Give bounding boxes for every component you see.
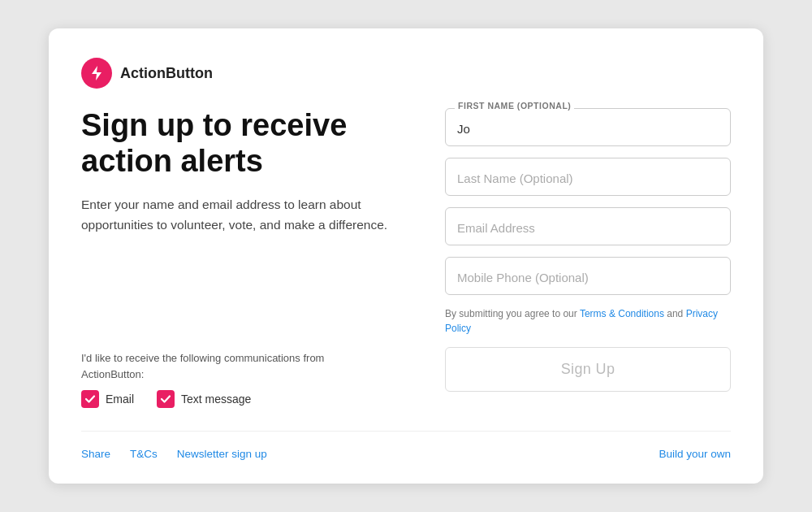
right-panel: FIRST NAME (OPTIONAL) By submitting you … — [445, 108, 731, 408]
terms-text: By submitting you agree to our Terms & C… — [445, 306, 731, 336]
left-panel: Sign up to receive action alerts Enter y… — [81, 108, 406, 408]
email-checkbox-label: Email — [106, 393, 134, 406]
description: Enter your name and email address to lea… — [81, 195, 406, 236]
checkboxes: Email Text message — [81, 390, 406, 408]
main-content: Sign up to receive action alerts Enter y… — [81, 108, 731, 408]
logo-icon — [81, 58, 112, 89]
text-checkbox-label: Text message — [181, 393, 251, 406]
last-name-field — [445, 158, 731, 196]
main-card: ActionButton Sign up to receive action a… — [49, 28, 763, 484]
share-link[interactable]: Share — [81, 448, 110, 460]
comms-section: I'd like to receive the following commun… — [81, 350, 406, 408]
footer-right: Build your own — [659, 446, 731, 461]
terms-link[interactable]: Terms & Conditions — [580, 308, 664, 319]
headline: Sign up to receive action alerts — [81, 108, 406, 179]
first-name-label: FIRST NAME (OPTIONAL) — [455, 101, 574, 111]
newsletter-link[interactable]: Newsletter sign up — [177, 448, 267, 460]
first-name-field: FIRST NAME (OPTIONAL) — [445, 108, 731, 146]
app-header: ActionButton — [81, 58, 731, 89]
phone-field — [445, 257, 731, 295]
build-own-link[interactable]: Build your own — [659, 448, 731, 460]
email-input[interactable] — [445, 207, 731, 245]
email-checkbox-item[interactable]: Email — [81, 390, 134, 408]
comms-label: I'd like to receive the following commun… — [81, 350, 406, 382]
email-checkbox[interactable] — [81, 390, 99, 408]
signup-button[interactable]: Sign Up — [445, 347, 731, 392]
svg-marker-0 — [92, 66, 102, 80]
first-name-input[interactable] — [445, 108, 731, 146]
text-checkbox[interactable] — [157, 390, 175, 408]
text-checkbox-item[interactable]: Text message — [157, 390, 251, 408]
last-name-input[interactable] — [445, 158, 731, 196]
phone-input[interactable] — [445, 257, 731, 295]
app-name: ActionButton — [120, 65, 213, 82]
email-field — [445, 207, 731, 245]
tcs-link[interactable]: T&Cs — [130, 448, 158, 460]
footer: Share T&Cs Newsletter sign up Build your… — [81, 431, 731, 461]
